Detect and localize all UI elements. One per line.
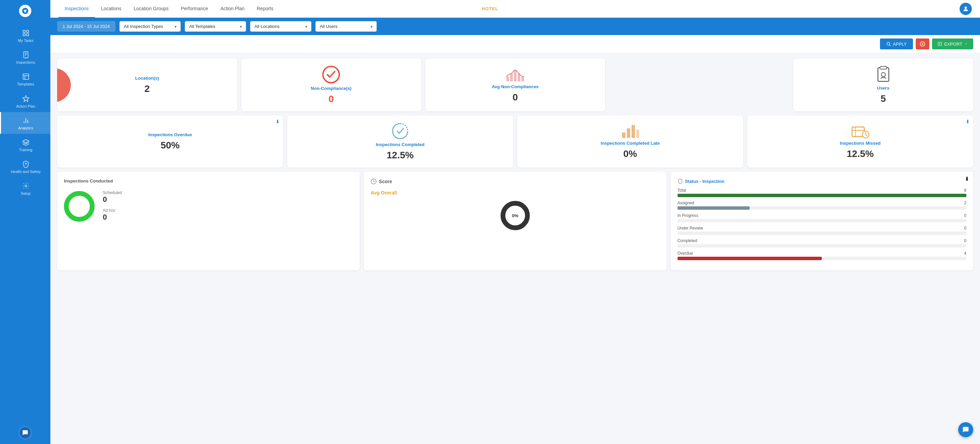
sidebar-item-action-plan-label: Action Plan xyxy=(16,104,35,109)
nav-item-action-plan[interactable]: Action Plan xyxy=(215,0,251,18)
floating-chat-icon xyxy=(962,426,969,433)
users-icon xyxy=(875,66,891,83)
svg-rect-32 xyxy=(514,70,517,81)
download-icon-missed[interactable]: ⬇ xyxy=(966,119,970,124)
chat-container xyxy=(0,422,50,444)
svg-point-21 xyxy=(887,42,889,45)
clear-icon xyxy=(920,41,925,47)
status-bar-label: Total 8 xyxy=(678,188,966,193)
svg-rect-4 xyxy=(23,34,25,36)
sidebar-item-health-safety-label: Health and Safety xyxy=(11,169,40,174)
non-compliance-title: Non-Compliance(s) xyxy=(311,86,352,91)
user-area xyxy=(959,3,972,15)
sidebar-item-setup[interactable]: Setup xyxy=(0,177,50,199)
nav-item-location-groups[interactable]: Location Groups xyxy=(127,0,175,18)
status-download-icon[interactable]: ⬇ xyxy=(965,176,969,182)
svg-rect-35 xyxy=(878,68,889,81)
status-bar-bg xyxy=(678,257,966,260)
stat-card-inspections-completed-late: Inspections Completed Late 0% xyxy=(517,115,743,168)
export-chevron-icon xyxy=(964,42,968,46)
status-bar-label: Under Review 0 xyxy=(678,226,966,230)
status-bar-bg xyxy=(678,244,966,248)
floating-chat-button[interactable] xyxy=(958,422,973,437)
status-bar-fill xyxy=(678,257,822,260)
chat-button[interactable] xyxy=(19,426,32,439)
status-bar-bg xyxy=(678,232,966,235)
svg-rect-5 xyxy=(26,34,28,36)
bottom-section: Inspections Conducted Scheduled 0 Ad hoc xyxy=(50,168,980,276)
status-bar-fill xyxy=(678,206,749,210)
status-bar-bg xyxy=(678,219,966,222)
hotel-name: HOTEL xyxy=(482,6,498,11)
users-select[interactable]: All Users xyxy=(315,21,377,32)
svg-point-38 xyxy=(881,72,885,77)
templates-select[interactable]: All Templates xyxy=(185,21,246,32)
svg-rect-31 xyxy=(510,73,513,81)
clear-button[interactable] xyxy=(916,38,929,50)
nav-item-performance[interactable]: Performance xyxy=(175,0,215,18)
sidebar-item-health-safety[interactable]: Health and Safety xyxy=(0,156,50,177)
app-logo[interactable] xyxy=(19,5,31,17)
users-value: 5 xyxy=(881,93,886,104)
inspection-types-select[interactable]: All Inspection Types xyxy=(119,21,181,32)
nav-items: Inspections Locations Location Groups Pe… xyxy=(59,0,280,18)
sidebar-item-action-plan[interactable]: Action Plan xyxy=(0,90,50,112)
svg-rect-34 xyxy=(521,77,524,81)
main-content: Inspections Locations Location Groups Pe… xyxy=(50,0,980,444)
export-button[interactable]: EXPORT xyxy=(932,38,973,50)
svg-rect-41 xyxy=(632,125,635,138)
date-range-button[interactable]: 1 Jul 2024 - 15 Jul 2024 xyxy=(57,21,115,32)
status-bar-item: Completed 0 xyxy=(678,238,966,248)
non-compliance-value: 0 xyxy=(328,94,334,105)
stat-card-locations: Location(s) 2 xyxy=(57,59,237,111)
svg-rect-26 xyxy=(938,42,942,46)
status-bar-item: Assigned 2 xyxy=(678,201,966,210)
sidebar-item-training[interactable]: Training xyxy=(0,134,50,156)
inspections-missed-title: Inspections Missed xyxy=(840,141,881,146)
apply-button[interactable]: APPLY xyxy=(880,38,913,50)
status-bar-bg xyxy=(678,206,966,210)
sidebar-item-templates[interactable]: Templates xyxy=(0,68,50,90)
svg-point-1 xyxy=(24,11,26,13)
svg-rect-10 xyxy=(23,74,29,80)
status-bar-label: Assigned 2 xyxy=(678,201,966,205)
non-compliance-icon xyxy=(322,65,340,84)
status-bar-item: Overdue 4 xyxy=(678,251,966,260)
svg-point-19 xyxy=(25,185,27,187)
donut-green-ring xyxy=(64,191,95,222)
logo-container xyxy=(0,0,50,22)
nav-item-inspections[interactable]: Inspections xyxy=(59,0,95,18)
svg-marker-13 xyxy=(22,95,29,101)
sidebar-item-analytics[interactable]: Analytics xyxy=(0,112,50,134)
conducted-donut xyxy=(64,188,95,225)
inspection-types-wrapper: All Inspection Types xyxy=(119,21,181,32)
sidebar-item-my-tasks-label: My Tasks xyxy=(18,38,34,43)
status-bar-item: Under Review 0 xyxy=(678,226,966,235)
svg-line-22 xyxy=(889,45,890,46)
sidebar-item-my-tasks[interactable]: My Tasks xyxy=(0,24,50,46)
sidebar-item-templates-label: Templates xyxy=(17,82,34,86)
user-avatar[interactable] xyxy=(959,3,972,15)
stat-card-users: Users 5 xyxy=(793,59,973,111)
sidebar-item-analytics-label: Analytics xyxy=(18,126,33,130)
sidebar-item-inspections[interactable]: Inspections xyxy=(0,46,50,68)
sidebar-bottom xyxy=(0,422,50,444)
svg-point-20 xyxy=(965,6,967,9)
avg-overall-label: Avg Overall xyxy=(371,190,659,195)
stat-card-inspections-completed: Inspections Completed 12.5% xyxy=(287,115,513,168)
inspections-completed-late-icon xyxy=(620,124,640,139)
inspections-conducted-card: Inspections Conducted Scheduled 0 Ad hoc xyxy=(57,172,360,270)
inspections-completed-late-value: 0% xyxy=(624,149,637,159)
stat-card-avg-non-compliances: Avg Non-Compliances 0 xyxy=(425,59,605,111)
sidebar-item-training-label: Training xyxy=(19,148,32,152)
download-icon-overdue[interactable]: ⬇ xyxy=(275,119,280,124)
search-icon xyxy=(886,42,891,46)
svg-rect-30 xyxy=(506,77,509,81)
content-area: 1 Jul 2024 - 15 Jul 2024 All Inspection … xyxy=(50,18,980,444)
svg-rect-2 xyxy=(23,30,25,32)
locations-select[interactable]: All Locations xyxy=(250,21,311,32)
nav-item-reports[interactable]: Reports xyxy=(250,0,279,18)
inspections-completed-title: Inspections Completed xyxy=(375,142,424,147)
nav-item-locations[interactable]: Locations xyxy=(95,0,127,18)
scheduled-value: 0 xyxy=(103,195,122,204)
